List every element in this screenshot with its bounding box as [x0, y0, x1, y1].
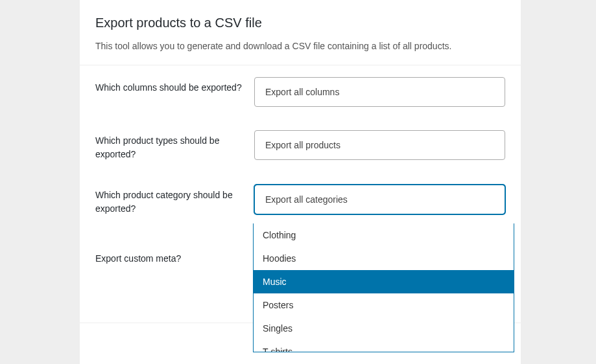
page-description: This tool allows you to generate and dow… [95, 40, 505, 53]
select-columns[interactable]: Export all columns [254, 77, 505, 107]
row-columns: Which columns should be exported? Export… [80, 65, 521, 119]
label-columns: Which columns should be exported? [95, 77, 254, 95]
page-title: Export products to a CSV file [95, 16, 505, 30]
select-category[interactable]: Export all categories [254, 185, 505, 214]
category-option[interactable]: Clothing [254, 223, 514, 247]
category-option[interactable]: Posters [254, 293, 514, 317]
label-types: Which product types should be exported? [95, 130, 254, 161]
select-types[interactable]: Export all products [254, 130, 505, 160]
category-dropdown-list[interactable]: ClothingHoodiesMusicPostersSinglesT-shir… [254, 223, 514, 352]
export-card: Export products to a CSV file This tool … [80, 0, 521, 364]
row-types: Which product types should be exported? … [80, 119, 521, 173]
label-category: Which product category should be exporte… [95, 185, 254, 216]
category-option[interactable]: T-shirts [254, 340, 514, 352]
row-category: Which product category should be exporte… [80, 173, 521, 220]
card-header: Export products to a CSV file This tool … [80, 0, 521, 65]
category-dropdown: ClothingHoodiesMusicPostersSinglesT-shir… [253, 223, 514, 352]
label-custom-meta: Export custom meta? [95, 248, 254, 266]
category-option[interactable]: Singles [254, 317, 514, 340]
category-option[interactable]: Hoodies [254, 247, 514, 270]
category-option[interactable]: Music [254, 270, 514, 293]
